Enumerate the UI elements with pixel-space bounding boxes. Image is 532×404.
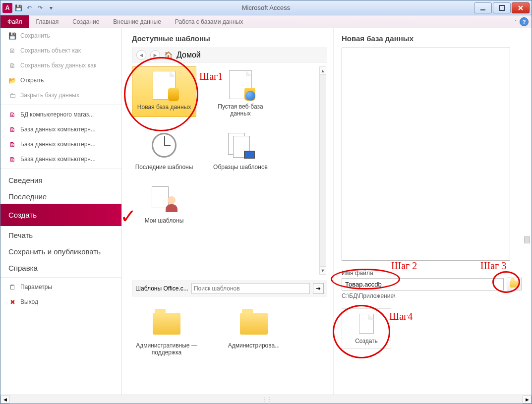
search-go-button[interactable]: ➔ — [313, 283, 324, 294]
new-doc-icon — [359, 314, 374, 334]
access-file-icon: 🗎 — [8, 125, 16, 133]
sidebar-open[interactable]: 📂Открыть — [0, 73, 121, 88]
scroll-right-icon[interactable]: ▶ — [523, 396, 532, 404]
tab-file[interactable]: Файл — [0, 15, 29, 28]
help-button[interactable]: ? — [520, 17, 529, 26]
access-file-icon: 🗎 — [8, 155, 16, 163]
save-object-icon: 🗎 — [8, 47, 16, 55]
web-db-icon — [229, 70, 252, 99]
options-icon: 🗒 — [8, 283, 16, 291]
open-icon: 📂 — [8, 76, 16, 84]
save-icon: 💾 — [8, 32, 16, 40]
sidebar-info[interactable]: Сведения — [0, 171, 121, 187]
breadcrumb: ◄ ► 🏠 Домой — [132, 48, 327, 62]
search-templates-input[interactable] — [191, 283, 310, 294]
sample-templates-icon — [228, 133, 253, 158]
qat-redo-button[interactable]: ↷ — [35, 3, 45, 13]
window-title: Microsoft Access — [242, 4, 291, 11]
exit-icon: ✖ — [8, 298, 16, 306]
sidebar-save-db[interactable]: 🗎Сохранить базу данных как — [0, 58, 121, 73]
recent-templates-icon — [152, 133, 177, 158]
sidebar-create[interactable]: Создать — [0, 204, 121, 226]
folder-icon — [153, 313, 180, 335]
scroll-down-icon[interactable]: ▼ — [320, 266, 326, 274]
tab-dbtools[interactable]: Работа с базами данных — [168, 15, 250, 28]
new-db-title: Новая база данных — [342, 34, 522, 43]
template-recent[interactable]: Последние шаблоны — [132, 127, 196, 171]
recent-file-0[interactable]: 🗎БД компьютерного магаз... — [0, 107, 121, 122]
filename-input[interactable] — [342, 278, 504, 290]
office-templates-row: Шаблоны Office.c... ➔ — [132, 281, 327, 296]
title-bar: A 💾 ↶ ↷ ▾ Microsoft Access — [0, 0, 532, 15]
annotation-check: ✓ — [122, 205, 137, 228]
qat-save-button[interactable]: 💾 — [13, 3, 23, 13]
folder-administration[interactable]: Администрирова... — [219, 305, 289, 356]
access-file-icon: 🗎 — [8, 111, 16, 118]
right-scrollbar[interactable] — [524, 28, 531, 395]
svg-rect-0 — [480, 9, 485, 10]
tab-create[interactable]: Создание — [65, 15, 106, 28]
annotation-step4-label: Шаг4 — [389, 311, 413, 322]
minimize-button[interactable] — [474, 2, 492, 13]
folder-admin-support[interactable]: Административные — поддержка — [132, 305, 201, 356]
scroll-up-icon[interactable]: ▲ — [320, 67, 326, 75]
office-label: Шаблоны Office.c... — [135, 285, 188, 292]
create-db-button[interactable]: Создать — [342, 308, 391, 349]
ribbon: Файл Главная Создание Внешние данные Раб… — [0, 15, 532, 28]
close-button[interactable] — [512, 2, 530, 13]
qat-more-button[interactable]: ▾ — [46, 3, 56, 13]
template-samples[interactable]: Образцы шаблонов — [208, 127, 273, 171]
sidebar-save-object[interactable]: 🗎Сохранить объект как — [0, 43, 121, 58]
scroll-handle-icon[interactable]: ⋮⋮ — [262, 397, 270, 402]
horizontal-scrollbar[interactable]: ◀ ⋮⋮ ▶ — [0, 395, 532, 404]
sidebar-exit[interactable]: ✖Выход — [0, 294, 121, 309]
tab-home[interactable]: Главная — [29, 15, 66, 28]
save-db-icon: 🗎 — [8, 61, 16, 69]
sidebar-save[interactable]: 💾Сохранить — [0, 28, 121, 43]
recent-file-3[interactable]: 🗎База данных компьютерн... — [0, 152, 121, 167]
new-db-panel: Новая база данных Имя файла C:\БД\Прилож… — [333, 28, 532, 395]
sidebar-recent[interactable]: Последние — [0, 187, 121, 204]
nav-back-button[interactable]: ◄ — [136, 50, 146, 60]
sidebar-print[interactable]: Печать — [0, 226, 121, 242]
svg-rect-1 — [499, 5, 504, 10]
sidebar-save-publish[interactable]: Сохранить и опубликовать — [0, 242, 121, 259]
backstage-sidebar: 💾Сохранить 🗎Сохранить объект как 🗎Сохран… — [0, 28, 122, 395]
close-db-icon: 🗀 — [8, 91, 16, 99]
template-mine[interactable]: Мои шаблоны — [132, 180, 196, 224]
sidebar-help[interactable]: Справка — [0, 259, 121, 275]
my-templates-icon — [152, 186, 177, 211]
sidebar-close-db[interactable]: 🗀Закрыть базу данных — [0, 88, 121, 103]
folder-icon — [240, 313, 268, 335]
tab-external[interactable]: Внешние данные — [106, 15, 168, 28]
template-web-db[interactable]: Пустая веб-база данных — [208, 66, 273, 117]
maximize-button[interactable] — [493, 2, 511, 13]
template-preview — [342, 48, 510, 261]
nav-fwd-button[interactable]: ► — [150, 50, 160, 60]
access-file-icon: 🗎 — [8, 140, 16, 148]
browse-folder-button[interactable] — [507, 278, 522, 290]
blank-db-icon — [153, 71, 176, 100]
template-new-db[interactable]: Новая база данных — [132, 66, 196, 117]
breadcrumb-home[interactable]: Домой — [177, 51, 201, 59]
app-icon: A — [2, 3, 12, 13]
recent-file-1[interactable]: 🗎База данных компьютерн... — [0, 122, 121, 137]
collapse-ribbon-icon[interactable]: ˇ — [515, 19, 517, 25]
folder-icon — [510, 281, 519, 288]
qat-undo-button[interactable]: ↶ — [24, 3, 34, 13]
scroll-left-icon[interactable]: ◀ — [0, 396, 9, 404]
templates-panel: Доступные шаблоны ◄ ► 🏠 Домой Новая база… — [122, 28, 333, 395]
home-icon: 🏠 — [164, 51, 173, 59]
sidebar-options[interactable]: 🗒Параметры — [0, 280, 121, 294]
recent-file-2[interactable]: 🗎База данных компьютерн... — [0, 137, 121, 152]
filename-label: Имя файла — [342, 270, 522, 277]
templates-scrollbar[interactable]: ▲ ▼ — [319, 66, 326, 275]
templates-title: Доступные шаблоны — [132, 34, 327, 43]
file-path: C:\БД\Приложение\ — [342, 292, 522, 299]
